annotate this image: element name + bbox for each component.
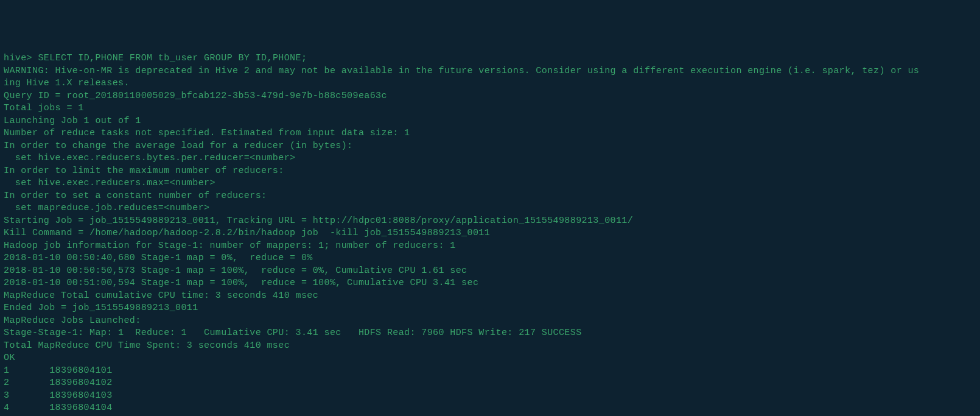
output-line: Ended Job = job_1515549889213_0011 [4,303,198,313]
hive-prompt: hive> [4,53,38,63]
output-line: OK [4,353,15,363]
output-line: 2018-01-10 00:50:40,680 Stage-1 map = 0%… [4,253,313,263]
terminal[interactable]: hive> SELECT ID,PHONE FROM tb_user GROUP… [4,52,976,416]
output-line: set mapreduce.job.reduces=<number> [4,203,209,213]
output-line: Total jobs = 1 [4,103,84,113]
output-line: 2018-01-10 00:50:50,573 Stage-1 map = 10… [4,266,467,276]
output-line: Hadoop job information for Stage-1: numb… [4,241,456,251]
output-line: Number of reduce tasks not specified. Es… [4,128,410,138]
output-line: In order to set a constant number of red… [4,191,267,201]
output-line: ing Hive 1.X releases. [4,78,130,88]
result-rows: 1 18396804101 2 18396804102 3 1839680410… [4,365,976,417]
output-line: WARNING: Hive-on-MR is deprecated in Hiv… [4,66,919,76]
output-line: Starting Job = job_1515549889213_0011, T… [4,216,633,226]
output-lines: WARNING: Hive-on-MR is deprecated in Hiv… [4,65,976,365]
result-row: 3 18396804103 [4,390,113,401]
result-row: 2 18396804102 [4,378,113,388]
output-line: Launching Job 1 out of 1 [4,116,141,126]
output-line: In order to limit the maximum number of … [4,166,284,176]
output-line: In order to change the average load for … [4,141,353,151]
output-line: Kill Command = /home/hadoop/hadoop-2.8.2… [4,228,490,238]
result-row: 4 18396804104 [4,403,113,413]
output-line: MapReduce Jobs Launched: [4,316,141,326]
output-line: 2018-01-10 00:51:00,594 Stage-1 map = 10… [4,278,478,288]
output-line: set hive.exec.reducers.bytes.per.reducer… [4,153,295,163]
output-line: MapReduce Total cumulative CPU time: 3 s… [4,291,318,301]
output-line: Total MapReduce CPU Time Spent: 3 second… [4,340,290,351]
result-row: 1 18396804101 [4,365,113,376]
output-line: set hive.exec.reducers.max=<number> [4,178,215,188]
output-line: Stage-Stage-1: Map: 1 Reduce: 1 Cumulati… [4,328,582,338]
sql-command: SELECT ID,PHONE FROM tb_user GROUP BY ID… [38,53,307,63]
output-line: Query ID = root_20180110005029_bfcab122-… [4,91,387,101]
